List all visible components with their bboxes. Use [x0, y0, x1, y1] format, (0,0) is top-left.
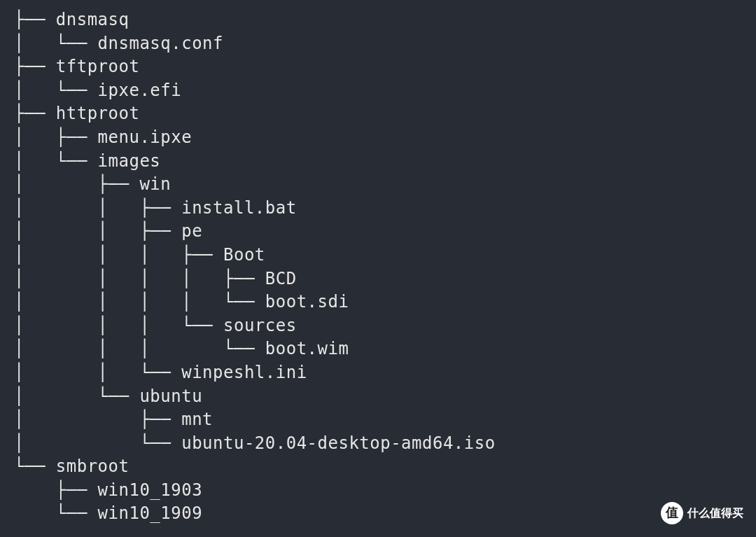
watermark-badge-icon: 值: [661, 502, 683, 524]
watermark-text: 什么值得买: [687, 505, 743, 521]
tree-output: ├── dnsmasq │ └── dnsmasq.conf ├── tftpr…: [14, 8, 742, 526]
watermark: 值 什么值得买: [661, 502, 743, 524]
